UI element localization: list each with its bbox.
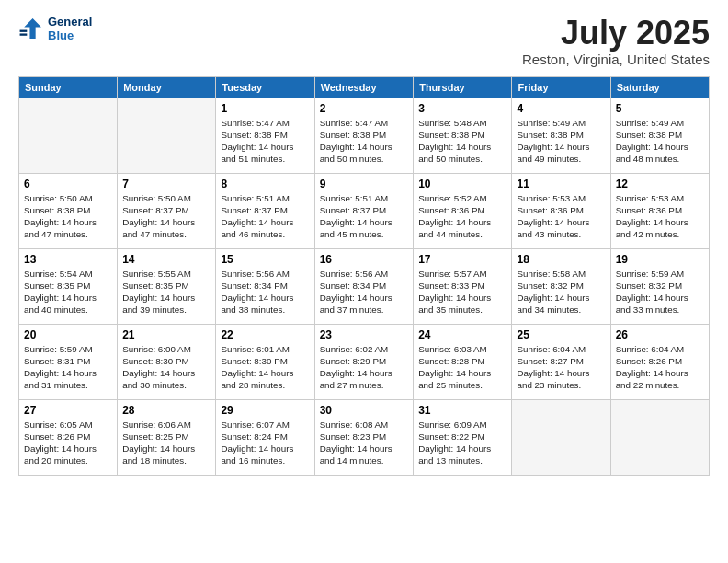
day-info: Sunrise: 6:06 AMSunset: 8:25 PMDaylight:… <box>122 419 210 467</box>
col-tuesday: Tuesday <box>216 76 314 98</box>
daylight: Daylight: 14 hours and 35 minutes. <box>418 293 491 315</box>
calendar-cell <box>118 98 216 173</box>
sunset: Sunset: 8:28 PM <box>418 356 484 366</box>
calendar-cell: 8Sunrise: 5:51 AMSunset: 8:37 PMDaylight… <box>216 173 314 248</box>
sunset: Sunset: 8:26 PM <box>616 356 682 366</box>
day-info: Sunrise: 6:08 AMSunset: 8:23 PMDaylight:… <box>320 419 409 467</box>
daylight: Daylight: 14 hours and 39 minutes. <box>122 293 195 315</box>
daylight: Daylight: 14 hours and 43 minutes. <box>517 217 589 239</box>
day-info: Sunrise: 5:56 AMSunset: 8:34 PMDaylight:… <box>320 268 409 316</box>
calendar-cell: 4Sunrise: 5:49 AMSunset: 8:38 PMDaylight… <box>512 98 610 173</box>
col-wednesday: Wednesday <box>314 76 414 98</box>
sunrise: Sunrise: 6:05 AM <box>24 419 93 430</box>
col-friday: Friday <box>512 76 610 98</box>
calendar-cell: 20Sunrise: 5:59 AMSunset: 8:31 PMDayligh… <box>19 324 118 399</box>
calendar-cell: 23Sunrise: 6:02 AMSunset: 8:29 PMDayligh… <box>314 324 414 399</box>
day-number: 1 <box>221 102 309 115</box>
daylight: Daylight: 14 hours and 13 minutes. <box>418 443 491 465</box>
calendar-cell: 25Sunrise: 6:04 AMSunset: 8:27 PMDayligh… <box>512 324 610 399</box>
sunrise: Sunrise: 5:53 AM <box>616 193 685 203</box>
daylight: Daylight: 14 hours and 20 minutes. <box>24 443 97 465</box>
col-monday: Monday <box>118 76 216 98</box>
day-number: 31 <box>418 404 506 417</box>
day-info: Sunrise: 5:49 AMSunset: 8:38 PMDaylight:… <box>517 117 605 166</box>
page: General Blue July 2025 Reston, Virginia,… <box>0 0 728 563</box>
sunset: Sunset: 8:38 PM <box>616 130 682 140</box>
day-number: 18 <box>517 253 605 266</box>
sunset: Sunset: 8:38 PM <box>418 130 484 140</box>
day-number: 6 <box>24 178 112 190</box>
day-number: 9 <box>320 178 409 190</box>
sunset: Sunset: 8:30 PM <box>221 356 287 366</box>
day-number: 21 <box>122 328 210 341</box>
col-thursday: Thursday <box>414 76 512 98</box>
calendar-cell: 6Sunrise: 5:50 AMSunset: 8:38 PMDaylight… <box>19 173 118 248</box>
day-info: Sunrise: 5:56 AMSunset: 8:34 PMDaylight:… <box>221 268 309 316</box>
day-info: Sunrise: 6:00 AMSunset: 8:30 PMDaylight:… <box>122 343 210 392</box>
sunrise: Sunrise: 6:06 AM <box>122 419 191 430</box>
day-number: 17 <box>418 253 506 266</box>
day-number: 20 <box>24 328 112 341</box>
daylight: Daylight: 14 hours and 30 minutes. <box>122 368 195 390</box>
day-info: Sunrise: 6:04 AMSunset: 8:26 PMDaylight:… <box>616 343 704 392</box>
svg-rect-3 <box>20 33 28 35</box>
title-block: July 2025 Reston, Virginia, United State… <box>522 15 710 67</box>
day-info: Sunrise: 5:51 AMSunset: 8:37 PMDaylight:… <box>320 192 409 241</box>
header: General Blue July 2025 Reston, Virginia,… <box>18 15 710 67</box>
sunrise: Sunrise: 6:02 AM <box>320 344 389 354</box>
day-info: Sunrise: 6:03 AMSunset: 8:28 PMDaylight:… <box>418 343 506 392</box>
daylight: Daylight: 14 hours and 50 minutes. <box>320 142 392 164</box>
sunrise: Sunrise: 5:52 AM <box>418 193 487 203</box>
daylight: Daylight: 14 hours and 48 minutes. <box>616 142 688 164</box>
calendar-cell: 30Sunrise: 6:08 AMSunset: 8:23 PMDayligh… <box>314 399 414 475</box>
day-number: 28 <box>122 404 210 417</box>
week-row-3: 13Sunrise: 5:54 AMSunset: 8:35 PMDayligh… <box>19 248 710 324</box>
calendar-cell: 13Sunrise: 5:54 AMSunset: 8:35 PMDayligh… <box>19 248 118 324</box>
calendar-cell: 18Sunrise: 5:58 AMSunset: 8:32 PMDayligh… <box>512 248 610 324</box>
sunrise: Sunrise: 6:09 AM <box>418 419 487 430</box>
week-row-2: 6Sunrise: 5:50 AMSunset: 8:38 PMDaylight… <box>19 173 710 248</box>
calendar-cell: 19Sunrise: 5:59 AMSunset: 8:32 PMDayligh… <box>610 248 709 324</box>
calendar-cell: 11Sunrise: 5:53 AMSunset: 8:36 PMDayligh… <box>512 173 610 248</box>
day-number: 15 <box>221 253 309 266</box>
sunset: Sunset: 8:33 PM <box>418 281 484 291</box>
sunrise: Sunrise: 5:57 AM <box>418 269 487 279</box>
daylight: Daylight: 14 hours and 14 minutes. <box>320 443 392 465</box>
day-number: 29 <box>221 404 309 417</box>
daylight: Daylight: 14 hours and 18 minutes. <box>122 443 195 465</box>
sunset: Sunset: 8:38 PM <box>320 130 386 140</box>
calendar-cell: 31Sunrise: 6:09 AMSunset: 8:22 PMDayligh… <box>414 399 512 475</box>
sunrise: Sunrise: 6:04 AM <box>517 344 586 354</box>
logo-general: General <box>48 15 92 29</box>
sunrise: Sunrise: 5:48 AM <box>418 118 487 128</box>
sunrise: Sunrise: 5:59 AM <box>24 344 93 354</box>
sunrise: Sunrise: 6:00 AM <box>122 344 191 354</box>
day-info: Sunrise: 5:52 AMSunset: 8:36 PMDaylight:… <box>418 192 506 241</box>
calendar-cell: 15Sunrise: 5:56 AMSunset: 8:34 PMDayligh… <box>216 248 314 324</box>
daylight: Daylight: 14 hours and 47 minutes. <box>24 217 97 239</box>
sunrise: Sunrise: 5:55 AM <box>122 269 191 279</box>
day-info: Sunrise: 6:02 AMSunset: 8:29 PMDaylight:… <box>320 343 409 392</box>
sunset: Sunset: 8:31 PM <box>24 356 90 366</box>
week-row-1: 1Sunrise: 5:47 AMSunset: 8:38 PMDaylight… <box>19 98 710 173</box>
sunrise: Sunrise: 6:08 AM <box>320 419 389 430</box>
sunrise: Sunrise: 5:50 AM <box>24 193 93 203</box>
sunset: Sunset: 8:37 PM <box>122 205 188 215</box>
day-number: 24 <box>418 328 506 341</box>
day-info: Sunrise: 5:58 AMSunset: 8:32 PMDaylight:… <box>517 268 605 316</box>
calendar-cell: 3Sunrise: 5:48 AMSunset: 8:38 PMDaylight… <box>414 98 512 173</box>
sunrise: Sunrise: 6:03 AM <box>418 344 487 354</box>
sunset: Sunset: 8:35 PM <box>24 281 90 291</box>
sunset: Sunset: 8:26 PM <box>24 431 90 442</box>
sunset: Sunset: 8:37 PM <box>320 205 386 215</box>
day-number: 30 <box>320 404 409 417</box>
day-number: 25 <box>517 328 605 341</box>
daylight: Daylight: 14 hours and 16 minutes. <box>221 443 293 465</box>
calendar-cell: 28Sunrise: 6:06 AMSunset: 8:25 PMDayligh… <box>118 399 216 475</box>
daylight: Daylight: 14 hours and 34 minutes. <box>517 293 589 315</box>
calendar-cell: 16Sunrise: 5:56 AMSunset: 8:34 PMDayligh… <box>314 248 414 324</box>
sunset: Sunset: 8:32 PM <box>616 281 682 291</box>
sunset: Sunset: 8:38 PM <box>24 205 90 215</box>
calendar-cell: 21Sunrise: 6:00 AMSunset: 8:30 PMDayligh… <box>118 324 216 399</box>
calendar-cell: 29Sunrise: 6:07 AMSunset: 8:24 PMDayligh… <box>216 399 314 475</box>
